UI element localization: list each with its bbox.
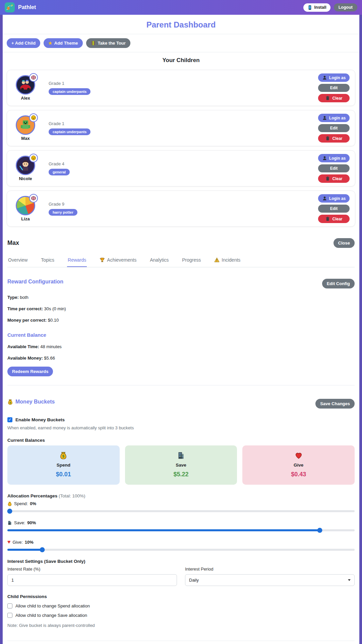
svg-text:$: $ <box>62 454 64 458</box>
smiley-badge-icon <box>29 154 38 162</box>
tab-overview[interactable]: Overview <box>7 254 28 267</box>
clear-button[interactable]: Clear <box>318 134 350 143</box>
logout-label: Logout <box>339 5 353 10</box>
smiley-badge-icon <box>29 113 38 122</box>
theme-badge: captain underpants <box>49 88 90 95</box>
trash-icon <box>325 96 330 101</box>
detail-child-name: Max <box>7 239 334 247</box>
clear-button[interactable]: Clear <box>318 215 350 223</box>
enable-money-buckets-checkbox[interactable]: ✓ <box>7 417 12 422</box>
tab-label: Overview <box>8 257 27 263</box>
clear-button[interactable]: Clear <box>318 94 350 102</box>
slider-value: 10% <box>25 540 34 545</box>
give-bucket-note: Note: Give bucket is always parent-contr… <box>7 623 355 628</box>
interest-rate-input[interactable] <box>7 574 177 586</box>
brain-badge-icon <box>29 73 38 82</box>
money-buckets-description: When enabled, earned money is automatica… <box>7 425 355 430</box>
login-as-button[interactable]: Login as <box>318 194 350 203</box>
slider-value: 0% <box>30 501 36 506</box>
reward-config-heading: Reward Configuration <box>7 279 322 285</box>
login-as-button[interactable]: Login as <box>318 73 350 82</box>
save-slider[interactable] <box>7 529 355 531</box>
slider-thumb[interactable] <box>40 547 45 552</box>
login-as-label: Login as <box>329 156 346 161</box>
slider-thumb[interactable] <box>7 509 12 514</box>
add-theme-label: Add Theme <box>54 41 78 46</box>
trash-icon <box>325 216 330 221</box>
install-button[interactable]: Install <box>303 3 330 12</box>
tab-achievements[interactable]: Achievements <box>99 254 137 267</box>
edit-config-button[interactable]: Edit Config <box>322 279 355 288</box>
save-changes-button[interactable]: Save Changes <box>315 399 355 409</box>
save-slider-group: Save: 90% <box>7 520 355 531</box>
clear-button[interactable]: Clear <box>318 174 350 183</box>
close-button[interactable]: Close <box>334 238 355 248</box>
edit-button[interactable]: Edit <box>318 124 350 132</box>
allocation-total: (Total: 100%) <box>59 493 85 498</box>
your-children-heading: Your Children <box>3 52 359 66</box>
reward-type-line: Type: both <box>7 295 355 300</box>
money-bag-icon <box>7 501 12 506</box>
redeem-rewards-button[interactable]: Redeem Rewards <box>7 367 53 376</box>
tab-rewards[interactable]: Rewards <box>67 254 87 267</box>
allow-spend-checkbox[interactable] <box>7 603 12 608</box>
tab-topics[interactable]: Topics <box>40 254 55 267</box>
heart-icon: ♥ <box>7 539 11 545</box>
person-icon <box>322 156 327 161</box>
warning-icon <box>214 257 220 263</box>
child-name: Liza <box>12 216 39 221</box>
available-time-line: Available Time: 48 minutes <box>7 344 355 349</box>
theme-badge: general <box>49 169 70 175</box>
divider <box>7 385 355 385</box>
tab-analytics[interactable]: Analytics <box>149 254 169 267</box>
bucket-name: Give <box>246 463 351 468</box>
bucket-name: Spend <box>11 463 116 468</box>
give-slider[interactable] <box>7 549 355 551</box>
login-as-label: Login as <box>329 196 346 201</box>
detail-tabs: Overview Topics Rewards Achievements Ana… <box>7 254 355 267</box>
slider-thumb[interactable] <box>317 528 322 533</box>
add-theme-button[interactable]: ★ Add Theme <box>44 38 82 48</box>
edit-label: Edit <box>330 206 338 211</box>
edit-button[interactable]: Edit <box>318 205 350 213</box>
edit-label: Edit <box>330 86 338 90</box>
child-permissions-heading: Child Permissions <box>7 594 355 599</box>
interest-period-select[interactable]: Daily <box>185 574 355 586</box>
edit-config-label: Edit Config <box>327 281 350 286</box>
login-as-label: Login as <box>329 116 346 120</box>
take-tour-button[interactable]: Take the Tour <box>86 38 130 48</box>
tab-incidents[interactable]: Incidents <box>214 254 241 267</box>
child-card-nicole: Nicole Grade 4 general Login as Edit Cle… <box>7 150 355 186</box>
interest-rate-label: Interest Rate (%) <box>7 567 177 572</box>
money-bag-icon: $ <box>59 451 67 460</box>
login-as-button[interactable]: Login as <box>318 154 350 162</box>
edit-button[interactable]: Edit <box>318 164 350 172</box>
redeem-rewards-label: Redeem Rewards <box>12 369 48 374</box>
add-child-button[interactable]: + Add Child <box>7 38 40 48</box>
logout-button[interactable]: Logout <box>334 3 357 11</box>
tab-label: Achievements <box>107 257 136 263</box>
edit-label: Edit <box>330 126 338 130</box>
edit-button[interactable]: Edit <box>318 84 350 92</box>
bucket-spend: $ Spend $0.01 <box>7 445 120 485</box>
page-title: Parent Dashboard <box>3 15 359 34</box>
interest-period-value: Daily <box>189 578 199 583</box>
slider-label: Give: <box>13 540 23 545</box>
money-buckets-heading: $ Money Buckets <box>7 399 315 405</box>
trash-icon <box>325 136 330 141</box>
money-buckets-label: Money Buckets <box>15 399 55 405</box>
spend-slider[interactable] <box>7 510 355 512</box>
login-as-button[interactable]: Login as <box>318 114 350 122</box>
edit-label: Edit <box>330 166 338 171</box>
tab-label: Topics <box>41 257 54 263</box>
chevron-down-icon <box>348 579 351 581</box>
slider-value: 90% <box>27 520 36 525</box>
current-balance-heading: Current Balance <box>7 332 355 338</box>
current-balances-label: Current Balances <box>7 438 355 443</box>
allow-save-label: Allow child to change Save allocation <box>15 613 87 618</box>
close-label: Close <box>338 240 350 246</box>
tab-progress[interactable]: Progress <box>181 254 201 267</box>
allow-save-checkbox[interactable] <box>7 613 12 618</box>
child-grade: Grade 9 <box>49 202 77 207</box>
slider-label: Save: <box>14 520 25 525</box>
